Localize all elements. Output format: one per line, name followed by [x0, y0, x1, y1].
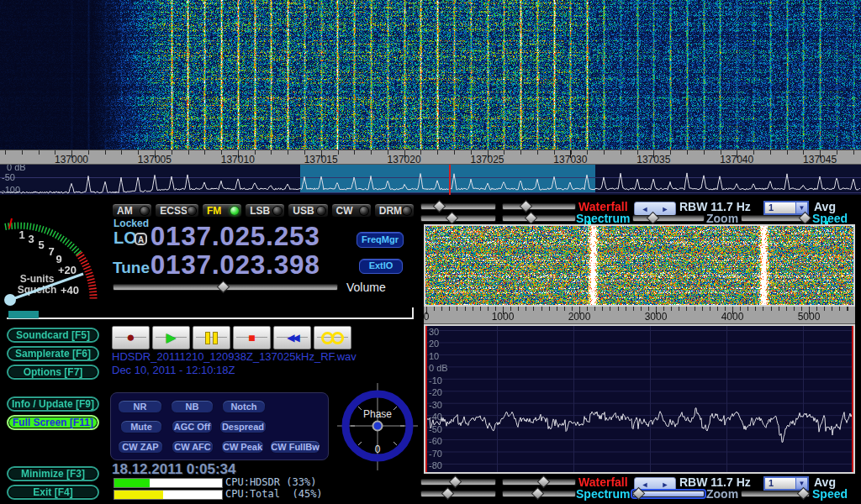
needle-pivot: [4, 294, 16, 306]
slider-handle[interactable]: [524, 212, 537, 225]
audio-freq-label: 2000: [568, 311, 591, 323]
waterfall-brightness-slider[interactable]: [420, 479, 496, 486]
lo-auto-badge[interactable]: A: [135, 233, 147, 245]
mode-button-row: AM ECSS FM LSB USB CW DRM: [112, 203, 415, 218]
zoom-slider[interactable]: [632, 215, 705, 222]
mode-cw[interactable]: CW: [331, 203, 372, 218]
mode-usb[interactable]: USB: [288, 203, 328, 218]
zoom-label: Zoom: [706, 212, 738, 225]
audio-frequency-scale[interactable]: 010002000300040005000: [424, 307, 855, 324]
speed-label: Speed: [812, 212, 848, 225]
zoom-slider[interactable]: [632, 491, 705, 497]
hdsdr-window: 1370001370051370101370151370201370251370…: [0, 0, 861, 504]
stop-button[interactable]: ■: [233, 326, 271, 349]
rf-freq-label: 137040: [720, 154, 753, 165]
extio-button[interactable]: ExtIO: [359, 259, 403, 274]
cw-afc-button[interactable]: CW AFC: [172, 440, 214, 454]
slider-handle[interactable]: [449, 475, 462, 489]
record-button[interactable]: ●: [112, 326, 150, 349]
notch-button[interactable]: Notch: [222, 400, 266, 413]
audio-db-label: 0 dB: [429, 363, 448, 373]
s-meter-tick: 1: [18, 228, 24, 241]
spin-left-icon[interactable]: ◄: [642, 480, 649, 489]
phase-scope: Phase 0: [337, 383, 418, 470]
spectrum-ref-slider[interactable]: [420, 491, 496, 497]
slider-handle[interactable]: [531, 487, 545, 501]
s-meter: 1 3 5 7 9 +20 +40 S-units Squelch: [1, 202, 108, 307]
recording-filename: HDSDR_20111210_120938Z_137025kHz_RF.wav: [112, 350, 357, 363]
db-label: 0 dB: [7, 165, 26, 172]
options-button[interactable]: Options [F7]: [7, 365, 99, 380]
slider-handle[interactable]: [441, 487, 455, 501]
playback-progress-bar[interactable]: [7, 307, 414, 319]
minimize-button[interactable]: Minimize [F3]: [7, 466, 99, 481]
rf-spectrum-display[interactable]: 0 dB -50 -100: [0, 165, 861, 195]
speed-slider[interactable]: [741, 491, 810, 497]
slider-handle[interactable]: [537, 475, 551, 489]
waterfall-contrast-slider[interactable]: [502, 203, 576, 210]
mute-button[interactable]: Mute: [120, 420, 162, 433]
mode-label: USB: [293, 205, 314, 217]
waterfall-contrast-slider[interactable]: [502, 479, 576, 486]
mode-ecss[interactable]: ECSS: [155, 203, 199, 218]
audio-spectrum-display[interactable]: 3020100 dB-10-20-30-40-50-60-70-80: [424, 324, 855, 474]
nb-button[interactable]: NB: [171, 400, 214, 413]
cpu-total-bar: [114, 490, 223, 500]
s-meter-tick: 3: [28, 233, 34, 245]
lo-label: LO: [114, 228, 137, 248]
despread-button[interactable]: Despread: [219, 420, 267, 433]
freqmgr-button[interactable]: FreqMgr: [357, 232, 404, 248]
slider-handle[interactable]: [217, 281, 230, 294]
spin-right-icon[interactable]: ►: [662, 205, 669, 213]
s-units-label: S-units: [20, 273, 55, 285]
pause-button[interactable]: [193, 326, 230, 349]
soundcard-button[interactable]: Soundcard [F5]: [7, 328, 99, 343]
exit-button[interactable]: Exit [F4]: [7, 485, 99, 500]
mode-drm[interactable]: DRM: [374, 203, 415, 218]
info-update-button[interactable]: Info / Update [F9]: [7, 396, 99, 412]
s-meter-tick: +20: [58, 264, 77, 276]
lo-frequency-display[interactable]: 0137.025.253: [151, 222, 320, 252]
phase-dot: [373, 422, 383, 431]
rewind-button[interactable]: ◀◀: [273, 326, 311, 349]
cpu-total-fill: [114, 491, 163, 499]
cw-peak-button[interactable]: CW Peak: [221, 440, 264, 454]
tune-frequency-display[interactable]: 0137.023.398: [151, 250, 320, 281]
agc-off-button[interactable]: AGC Off: [172, 420, 213, 433]
rf-frequency-scale[interactable]: 1370001370051370101370151370201370251370…: [0, 150, 861, 165]
speed-slider[interactable]: [741, 215, 810, 222]
speed-label: Speed: [812, 487, 848, 501]
fullscreen-button[interactable]: Full Screen [F11]: [7, 415, 99, 430]
audio-waterfall-display[interactable]: [425, 226, 853, 305]
mode-led-icon: [273, 207, 282, 215]
mode-label: ECSS: [160, 205, 188, 217]
spin-right-icon[interactable]: ►: [662, 480, 669, 489]
rf-freq-label: 137010: [221, 154, 255, 165]
spectrum-ref-slider[interactable]: [420, 215, 496, 222]
waterfall-brightness-slider[interactable]: [420, 203, 496, 210]
volume-slider[interactable]: [113, 284, 338, 291]
rewind-icon: ◀◀: [287, 332, 297, 344]
rf-spectrum-trace: [0, 165, 861, 195]
cw-zap-button[interactable]: CW ZAP: [118, 440, 163, 454]
spin-left-icon[interactable]: ◄: [642, 205, 649, 213]
rf-waterfall-display[interactable]: [0, 0, 861, 150]
recording-date: Dec 10, 2011 - 12:10:18Z: [112, 364, 235, 376]
tune-marker[interactable]: [449, 165, 451, 195]
slider-handle[interactable]: [433, 200, 446, 213]
samplerate-button[interactable]: Samplerate [F6]: [7, 346, 99, 361]
cw-fullbw-button[interactable]: CW FullBw: [270, 440, 320, 454]
mode-led-icon: [403, 207, 411, 215]
loop-button[interactable]: [314, 326, 351, 349]
spectrum-range-slider[interactable]: [502, 215, 576, 222]
mode-am[interactable]: AM: [112, 203, 152, 218]
transport-controls: ● ▶ ■ ◀◀: [112, 326, 351, 349]
rf-freq-label: 137045: [803, 154, 837, 165]
spectrum-range-slider[interactable]: [502, 491, 576, 497]
nr-button[interactable]: NR: [118, 400, 162, 413]
play-button[interactable]: ▶: [152, 326, 190, 349]
slider-handle[interactable]: [446, 212, 459, 225]
mode-lsb[interactable]: LSB: [245, 203, 285, 218]
mode-fm[interactable]: FM: [202, 203, 242, 218]
chevron-down-icon[interactable]: ▼: [795, 478, 807, 489]
